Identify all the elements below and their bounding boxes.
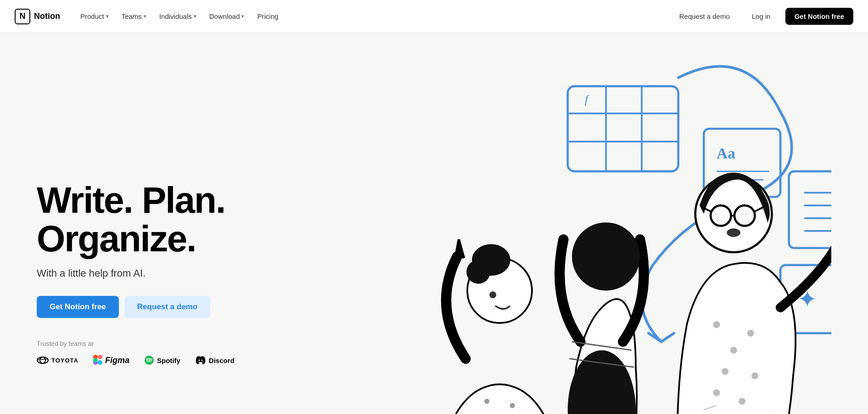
svg-rect-6	[98, 360, 102, 365]
svg-point-29	[466, 260, 490, 284]
nav-download[interactable]: Download ▾	[204, 9, 250, 24]
svg-point-1	[40, 357, 45, 363]
login-button[interactable]: Log in	[745, 9, 778, 24]
trust-logo-figma: Figma	[93, 355, 129, 366]
svg-point-7	[93, 358, 98, 363]
svg-rect-4	[98, 355, 102, 359]
trust-section: Trusted by teams at TOYOTA	[37, 340, 235, 366]
chevron-down-icon: ▾	[144, 13, 146, 19]
svg-point-47	[730, 347, 737, 354]
hero-title: Write. Plan. Organize.	[37, 181, 235, 258]
svg-point-34	[510, 403, 515, 408]
svg-point-0	[37, 357, 48, 363]
svg-point-31	[484, 399, 489, 404]
hero-illustration: f Aa ✦	[253, 61, 831, 414]
navbar: N Notion Product ▾ Teams ▾ Individuals ▾…	[0, 0, 868, 33]
hero-left: Write. Plan. Organize. With a little hel…	[37, 181, 235, 366]
svg-point-46	[713, 321, 720, 328]
get-notion-free-nav-button[interactable]: Get Notion free	[785, 8, 853, 25]
trust-logo-spotify: Spotify	[144, 355, 180, 365]
svg-point-51	[713, 389, 720, 396]
svg-point-49	[722, 368, 728, 375]
brand-logo-link[interactable]: N Notion	[15, 9, 60, 24]
svg-text:Aa: Aa	[717, 145, 735, 162]
nav-pricing[interactable]: Pricing	[252, 9, 284, 24]
request-demo-nav-button[interactable]: Request a demo	[672, 9, 737, 24]
nav-product[interactable]: Product ▾	[75, 9, 114, 24]
request-demo-hero-button[interactable]: Request a demo	[124, 296, 210, 318]
trust-logo-toyota: TOYOTA	[37, 356, 78, 365]
trust-logo-discord: Discord	[195, 356, 235, 364]
notion-logo-icon: N	[15, 9, 30, 24]
get-notion-free-hero-button[interactable]: Get Notion free	[37, 296, 119, 318]
svg-point-48	[747, 330, 754, 337]
svg-point-30	[489, 291, 496, 298]
chevron-down-icon: ▾	[241, 13, 244, 19]
hero-subtitle: With a little help from AI.	[37, 267, 235, 279]
discord-icon	[195, 356, 206, 364]
hero-buttons: Get Notion free Request a demo	[37, 296, 235, 318]
chevron-down-icon: ▾	[106, 13, 109, 19]
svg-text:f: f	[585, 93, 590, 106]
figma-icon	[93, 355, 102, 366]
svg-rect-19	[789, 171, 831, 248]
nav-teams[interactable]: Teams ▾	[116, 9, 152, 24]
brand-name: Notion	[34, 11, 60, 21]
hero-illustration-svg: f Aa ✦	[253, 61, 831, 414]
navbar-left: N Notion Product ▾ Teams ▾ Individuals ▾…	[15, 9, 284, 24]
chevron-down-icon: ▾	[194, 13, 196, 19]
trust-text: Trusted by teams at	[37, 340, 235, 347]
navbar-right: Request a demo Log in Get Notion free	[672, 8, 853, 25]
trust-logos: TOYOTA Figma	[37, 355, 235, 366]
svg-point-26	[444, 384, 555, 414]
svg-point-50	[751, 372, 758, 379]
svg-point-36	[572, 222, 640, 290]
svg-point-45	[727, 228, 740, 237]
hero-section: Write. Plan. Organize. With a little hel…	[0, 33, 868, 414]
nav-items: Product ▾ Teams ▾ Individuals ▾ Download…	[75, 9, 284, 24]
toyota-icon	[37, 356, 49, 365]
svg-point-52	[739, 398, 745, 405]
nav-individuals[interactable]: Individuals ▾	[154, 9, 202, 24]
spotify-icon	[144, 355, 154, 365]
